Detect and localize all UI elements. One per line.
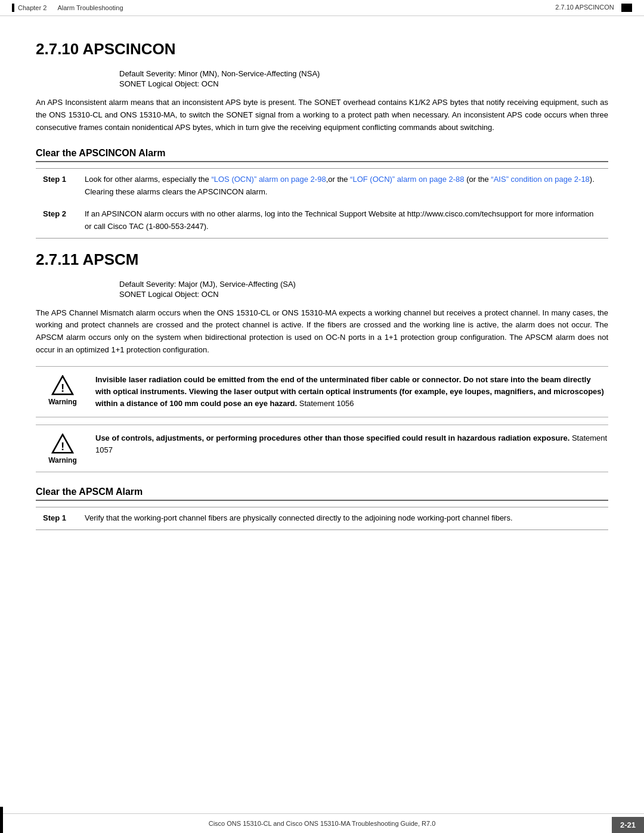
warning-triangle-icon-2: ! <box>51 433 74 454</box>
warning-text-bold-2: Use of controls, adjustments, or perform… <box>95 433 569 442</box>
warning-label-1: Warning <box>48 398 77 406</box>
step-1-label: Step 1 <box>36 169 78 203</box>
chapter-label: Chapter 2 <box>18 4 47 11</box>
table-row: Step 1 Look for other alarms, especially… <box>36 169 608 203</box>
link-ais[interactable]: “AIS” condition on page 2-18 <box>491 175 590 184</box>
warning-icon-col-2: ! Warning <box>36 432 89 465</box>
header-left: Chapter 2 Alarm Troubleshooting <box>12 4 123 12</box>
step-2-content: If an APSINCON alarm occurs with no othe… <box>78 203 608 238</box>
section-2-severity: Default Severity: Major (MJ), Service-Af… <box>119 280 608 289</box>
warning-box-2: ! Warning Use of controls, adjustments, … <box>36 425 608 472</box>
warning-box-1: ! Warning Invisible laser radiation coul… <box>36 366 608 417</box>
warning-text-normal-1: Statement 1056 <box>297 399 354 408</box>
section-2-steps-table: Step 1 Verify that the working-port chan… <box>36 507 608 530</box>
warning-icon-col-1: ! Warning <box>36 374 89 406</box>
warning-content-1: Invisible laser radiation could be emitt… <box>89 374 608 410</box>
footer-left-bar <box>0 807 3 833</box>
svg-text:!: ! <box>61 382 64 394</box>
main-content: 2.7.10 APSCINCON Default Severity: Minor… <box>0 16 644 590</box>
header-bar <box>12 4 14 12</box>
header-right-block <box>621 4 632 12</box>
warning-triangle-icon-1: ! <box>51 375 74 395</box>
link-los[interactable]: “LOS (OCN)” alarm on page 2-98 <box>211 175 326 184</box>
section-reference: 2.7.10 APSCINCON <box>555 4 614 11</box>
step-2-1-label: Step 1 <box>36 507 78 530</box>
section-2-logical-object: SONET Logical Object: OCN <box>119 290 608 299</box>
section-2-heading: 2.7.11 APSCM <box>36 250 608 269</box>
section-2-metadata: Default Severity: Major (MJ), Service-Af… <box>119 280 608 299</box>
page-number: 2-21 <box>612 817 644 833</box>
step-2-1-content: Verify that the working-port channel fib… <box>78 507 608 530</box>
section-1-logical-object: SONET Logical Object: OCN <box>119 79 608 88</box>
footer-text: Cisco ONS 15310-CL and Cisco ONS 15310-M… <box>209 820 436 827</box>
link-lof[interactable]: “LOF (OCN)” alarm on page 2-88 <box>350 175 464 184</box>
section-1-description: An APS Inconsistent alarm means that an … <box>36 97 608 134</box>
section-1-sub-heading: Clear the APSCINCON Alarm <box>36 148 608 162</box>
top-header: Chapter 2 Alarm Troubleshooting 2.7.10 A… <box>0 0 644 16</box>
section-2-description: The APS Channel Mismatch alarm occurs wh… <box>36 307 608 357</box>
svg-text:!: ! <box>61 440 64 453</box>
section-1-steps-table: Step 1 Look for other alarms, especially… <box>36 168 608 238</box>
header-right: 2.7.10 APSCINCON <box>555 4 632 12</box>
section-1-heading: 2.7.10 APSCINCON <box>36 40 608 58</box>
step-1-content: Look for other alarms, especially the “L… <box>78 169 608 203</box>
warning-content-2: Use of controls, adjustments, or perform… <box>89 432 608 456</box>
table-row: Step 1 Verify that the working-port chan… <box>36 507 608 530</box>
section-1-metadata: Default Severity: Minor (MN), Non-Servic… <box>119 69 608 88</box>
chapter-title: Alarm Troubleshooting <box>57 4 123 11</box>
step-2-label: Step 2 <box>36 203 78 238</box>
table-row: Step 2 If an APSINCON alarm occurs with … <box>36 203 608 238</box>
page-footer: Cisco ONS 15310-CL and Cisco ONS 15310-M… <box>0 813 644 833</box>
section-1-severity: Default Severity: Minor (MN), Non-Servic… <box>119 69 608 78</box>
section-2-sub-heading: Clear the APSCM Alarm <box>36 487 608 501</box>
warning-label-2: Warning <box>48 456 77 465</box>
